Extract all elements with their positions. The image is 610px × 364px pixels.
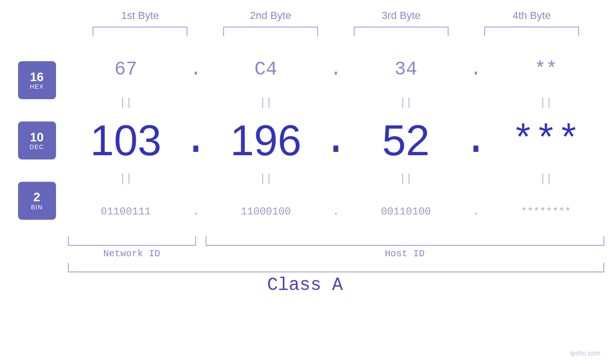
byte2-eq2: ||	[260, 169, 272, 188]
dec-base: 10	[30, 131, 44, 144]
dot3-dec-sym: .	[463, 130, 489, 151]
byte-col-4: ** || *** || ********	[488, 46, 604, 235]
byte1-bin-val: 01100111	[101, 206, 151, 218]
dot1-bin: .	[193, 188, 199, 235]
dot2-hex-sym: .	[330, 59, 341, 80]
byte4-bin-val: ********	[521, 206, 571, 218]
dot2-bin-sym: .	[333, 206, 339, 218]
byte3-dec: 52	[382, 112, 430, 169]
byte-labels-row: 1st Byte 2nd Byte 3rd Byte 4th Byte	[75, 9, 597, 22]
dec-badge: 10 DEC	[18, 121, 56, 159]
network-bracket	[68, 236, 196, 246]
bin-label: BIN	[31, 204, 43, 211]
bracket-top-3	[354, 27, 449, 36]
dec-label: DEC	[29, 144, 44, 150]
bottom-brackets-container	[6, 236, 604, 246]
dot-col-2: . . .	[324, 46, 348, 235]
dot2-dec-sym: .	[323, 130, 349, 151]
overall-bracket-spacer	[6, 263, 68, 272]
hex-badge: 16 HEX	[18, 61, 56, 99]
byte1-dec: 103	[90, 112, 161, 169]
byte3-hex: 34	[394, 46, 417, 93]
id-label-gap	[196, 248, 206, 259]
overall-bracket	[68, 263, 604, 272]
byte4-eq2: ||	[540, 169, 552, 188]
main-container: 1st Byte 2nd Byte 3rd Byte 4th Byte 16 H…	[0, 0, 610, 364]
byte-col-1: 67 || 103 || 01100111	[68, 46, 184, 235]
byte-label-2: 2nd Byte	[218, 9, 323, 22]
byte1-eq1: ||	[120, 93, 132, 112]
id-labels-row: Network ID Host ID	[6, 248, 604, 259]
hex-label: HEX	[30, 84, 44, 90]
class-label: Class A	[0, 275, 610, 295]
dot2-bin: .	[333, 188, 339, 235]
eq-sign-4b: ||	[540, 173, 552, 185]
byte1-bin: 01100111	[101, 188, 151, 235]
bracket-top-4	[484, 27, 579, 36]
top-brackets	[75, 27, 597, 36]
bin-badge: 2 BIN	[18, 182, 56, 220]
byte4-eq1: ||	[540, 93, 552, 112]
byte2-bin: 11000100	[241, 188, 291, 235]
byte4-hex: **	[535, 46, 557, 93]
byte2-dec-val: 196	[230, 116, 301, 165]
eq-sign-2b: ||	[260, 173, 272, 185]
dot-col-1: . . .	[184, 46, 208, 235]
byte1-dec-val: 103	[90, 116, 161, 165]
bracket-top-1	[93, 27, 188, 36]
hex-base: 16	[30, 70, 44, 84]
byte4-hex-val: **	[535, 59, 557, 80]
dot3-hex: .	[470, 46, 481, 93]
badges-column: 16 HEX 10 DEC 2 BIN	[6, 46, 68, 235]
dot1-hex-sym: .	[190, 59, 201, 80]
dot1-dec-sym: .	[183, 130, 209, 151]
byte-label-4: 4th Byte	[479, 9, 584, 22]
byte3-bin: 00110100	[381, 188, 431, 235]
byte4-dec: ***	[512, 112, 580, 169]
dot1-dec: .	[183, 112, 209, 169]
bracket-top-2	[223, 27, 318, 36]
byte1-eq2: ||	[120, 169, 132, 188]
dot3-bin: .	[473, 188, 479, 235]
byte3-eq1: ||	[400, 93, 412, 112]
eq-sign-3a: ||	[400, 97, 412, 109]
dot2-hex: .	[330, 46, 341, 93]
byte4-bin: ********	[521, 188, 571, 235]
byte-col-3: 34 || 52 || 00110100	[348, 46, 464, 235]
data-columns: 67 || 103 || 01100111 . . .	[68, 46, 604, 235]
byte2-dec: 196	[230, 112, 301, 169]
footer: ipshu.com	[570, 349, 601, 357]
byte2-bin-val: 11000100	[241, 206, 291, 218]
id-label-spacer	[6, 248, 68, 259]
bracket-spacer	[6, 236, 68, 246]
byte4-dec-val: ***	[512, 119, 580, 162]
content-area: 16 HEX 10 DEC 2 BIN 67 || 103	[6, 46, 604, 235]
byte3-bin-val: 00110100	[381, 206, 431, 218]
eq-sign-4a: ||	[540, 97, 552, 109]
dot-col-3: . . .	[464, 46, 488, 235]
eq-sign-1b: ||	[120, 173, 132, 185]
byte3-eq2: ||	[400, 169, 412, 188]
dot3-hex-sym: .	[470, 59, 481, 80]
overall-bracket-row	[6, 263, 604, 272]
byte2-hex-val: C4	[254, 59, 277, 80]
byte2-eq1: ||	[260, 93, 272, 112]
eq-sign-3b: ||	[400, 173, 412, 185]
dot3-dec: .	[463, 112, 489, 169]
dot2-dec: .	[323, 112, 349, 169]
host-bracket	[206, 236, 604, 246]
dot1-bin-sym: .	[193, 206, 199, 218]
host-id-label: Host ID	[206, 248, 604, 259]
eq-sign-2a: ||	[260, 97, 272, 109]
byte-label-1: 1st Byte	[88, 9, 192, 22]
byte-label-3: 3rd Byte	[349, 9, 453, 22]
network-id-label: Network ID	[68, 248, 196, 259]
byte1-hex-val: 67	[114, 59, 137, 80]
dot3-bin-sym: .	[473, 206, 479, 218]
byte3-hex-val: 34	[394, 59, 417, 80]
byte-col-2: C4 || 196 || 11000100	[208, 46, 324, 235]
byte3-dec-val: 52	[382, 116, 430, 165]
dot1-hex: .	[190, 46, 201, 93]
byte2-hex: C4	[254, 46, 277, 93]
bin-base: 2	[33, 190, 40, 204]
